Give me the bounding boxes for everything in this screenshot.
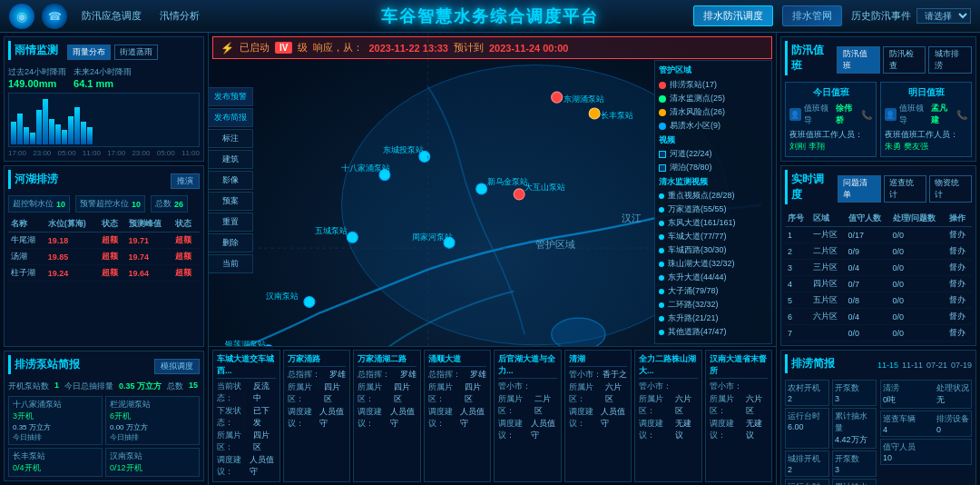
- push-btn[interactable]: 推演: [171, 173, 200, 189]
- rt-row-op[interactable]: 督办: [946, 292, 972, 309]
- rt-row-op[interactable]: 督办: [946, 227, 972, 243]
- toolbar-build-btn[interactable]: 建筑: [209, 150, 253, 169]
- nav-item-flood[interactable]: 防汛应急调度: [82, 9, 142, 23]
- nav-btn-drainage[interactable]: 排水管网: [782, 5, 842, 26]
- model-btn[interactable]: 模拟调度: [154, 359, 200, 374]
- svg-text:汉南泵站: 汉南泵站: [267, 292, 299, 301]
- info-card-6: 全力二路株山湖大... 管小市： 所属片区： 六片区 调度建议： 无建议: [634, 350, 702, 482]
- toolbar-plan-btn[interactable]: 预案: [209, 192, 253, 211]
- issue-warning-btn[interactable]: 发布预警: [209, 87, 253, 106]
- river-col-status: 状态: [99, 216, 126, 233]
- nav-btn-flood-control[interactable]: 排水防汛调度: [693, 5, 773, 26]
- nav-item-analysis[interactable]: 汛情分析: [160, 9, 200, 23]
- svg-text:十八家涌泵站: 十八家涌泵站: [342, 163, 391, 173]
- svg-text:汉江: 汉江: [622, 213, 642, 223]
- city-run-time: 运行台时 6.00: [785, 479, 829, 485]
- drain-stats-right: 清涝 0吨 处理状况 无 巡查车辆 4: [880, 380, 972, 485]
- rt-row-id: 7: [785, 325, 810, 341]
- river-level: 19.85: [45, 249, 99, 265]
- rain-tab-distribution[interactable]: 雨量分布: [67, 45, 111, 60]
- rt-row-op[interactable]: 督办: [946, 260, 972, 276]
- rt-tab-supplies[interactable]: 物资统计: [929, 175, 972, 203]
- rt-col-area: 区域: [810, 211, 846, 227]
- rt-row-op[interactable]: 督办: [946, 325, 972, 341]
- rain-label-future: 未来24小时降雨: [74, 66, 132, 78]
- alert-end: 2023-11-24 00:00: [489, 43, 568, 54]
- rt-row-op[interactable]: 督办: [946, 276, 972, 292]
- svg-text:长丰泵站: 长丰泵站: [601, 110, 633, 120]
- svg-text:新乌金泵站: 新乌金泵站: [487, 176, 528, 186]
- river-status: 超额: [99, 265, 126, 282]
- alert-prefix: 已启动: [240, 41, 270, 54]
- info-card-2: 万家涌湖二路 总指挥： 罗雄 所属片区： 四片区 调度建议： 人员值守: [353, 350, 421, 482]
- duty-tab-city[interactable]: 城市排涝: [928, 46, 972, 74]
- today-phone-icon[interactable]: 📞: [861, 110, 872, 120]
- rt-col-op: 操作: [946, 211, 972, 227]
- rt-table-row: 6 六片区 0/4 0/0 督办: [785, 309, 972, 325]
- history-select[interactable]: 请选择: [916, 8, 971, 24]
- drain-date-2[interactable]: 07-21: [926, 361, 947, 370]
- rt-row-person: 0/17: [846, 227, 890, 243]
- rt-row-area: 一片区: [810, 227, 846, 243]
- legend-monitor-point: 清水监测点(25): [659, 93, 768, 104]
- pump-stat-vol-value: 0.35 万立方: [119, 381, 162, 392]
- rt-tab-patrol[interactable]: 巡查统计: [884, 175, 926, 203]
- river-name: 汤湖: [8, 249, 45, 265]
- river-table-row: 柱子湖 19.24 超额 19.64 超额: [8, 265, 200, 282]
- toolbar-image-btn[interactable]: 影像: [209, 171, 253, 190]
- info-card-row: 所属片区： 四片区: [358, 381, 416, 405]
- rain-label-past: 过去24小时降雨: [8, 66, 66, 78]
- rt-row-handle: 0/0: [890, 276, 946, 292]
- drain-date-1[interactable]: 11-11: [902, 361, 923, 370]
- duty-header: 防汛值班 防汛值班 防汛检查 城市排涝: [785, 41, 972, 78]
- info-card-row: 总指挥： 罗雄: [288, 369, 347, 381]
- rt-tab-issues[interactable]: 问题清单: [838, 175, 880, 203]
- info-card-row: 所属片区： 四片区: [217, 430, 276, 453]
- legend-video-title: 视频: [659, 134, 768, 146]
- drain-date-0[interactable]: 11-15: [877, 361, 898, 370]
- river-col-forecast: 预测峰值: [126, 216, 173, 233]
- svg-text:周家河泵站: 周家河泵站: [412, 233, 453, 242]
- alert-start: 2023-11-22 13:33: [368, 43, 447, 54]
- river-forecast: 19.74: [126, 249, 173, 265]
- city-open-row: 城排开机 2 开泵数 3: [785, 450, 877, 477]
- river-fstatus: 超额: [172, 233, 200, 249]
- rain-title: 雨情监测: [8, 41, 62, 60]
- info-card-title-5: 清湖: [569, 353, 628, 367]
- rain-tab-street[interactable]: 街道蒸雨: [114, 45, 158, 60]
- rain-tabs: 雨量分布 街道蒸雨: [67, 45, 158, 60]
- today-leader-label: 值班领导: [804, 103, 834, 126]
- toolbar-delete-btn[interactable]: 删除: [209, 233, 253, 252]
- drain-date-3[interactable]: 07-19: [951, 361, 972, 370]
- rt-row-op[interactable]: 督办: [946, 243, 972, 260]
- info-card-row: 管小市： 香于之: [569, 369, 628, 381]
- toolbar-reset-btn[interactable]: 重置: [209, 213, 253, 232]
- legend-risk-point: 清水风险点(26): [659, 106, 768, 118]
- river-section: 河湖排涝 推演 超控制水位 10 预警超控水位 10 总数 26: [4, 165, 204, 347]
- rt-row-area: 六片区: [810, 309, 846, 325]
- duty-tab-inspect[interactable]: 防汛检查: [883, 46, 926, 74]
- pump-stat-vol-label: 今日总抽排量: [64, 381, 113, 392]
- pump-title: 排涝泵站简报: [8, 355, 83, 374]
- svg-point-12: [476, 183, 487, 194]
- duty-tab-flood[interactable]: 防汛值班: [837, 46, 880, 74]
- info-card-row: 总指挥： 罗雄: [428, 369, 487, 381]
- tomorrow-title: 明日值班: [885, 86, 967, 99]
- rt-row-area: [810, 325, 846, 341]
- river-status: 超额: [99, 249, 126, 265]
- alert-level: 级: [298, 41, 308, 54]
- river-table-row: 牛尾湖 19.18 超额 19.71 超额: [8, 233, 200, 249]
- page-title: 车谷智慧水务综合调度平台: [381, 5, 599, 27]
- tomorrow-phone-icon[interactable]: 📞: [956, 110, 967, 120]
- header-right: 排水防汛调度 排水管网 历史防汛事件 请选择: [693, 5, 971, 26]
- info-card-row: 所属片区： 六片区: [569, 381, 628, 405]
- legend-flood-item: 大子涌(79/78): [659, 285, 768, 297]
- rt-row-id: 5: [785, 292, 810, 309]
- toolbar-mark-btn[interactable]: 标注: [209, 129, 253, 148]
- run-time: 运行台时 6.00: [785, 408, 829, 449]
- toolbar-current-btn[interactable]: 当前: [209, 254, 253, 273]
- issue-report-btn[interactable]: 发布简报: [209, 108, 253, 127]
- svg-point-16: [347, 232, 358, 242]
- rt-row-op[interactable]: 督办: [946, 309, 972, 325]
- alert-text: 响应，从：: [313, 41, 363, 54]
